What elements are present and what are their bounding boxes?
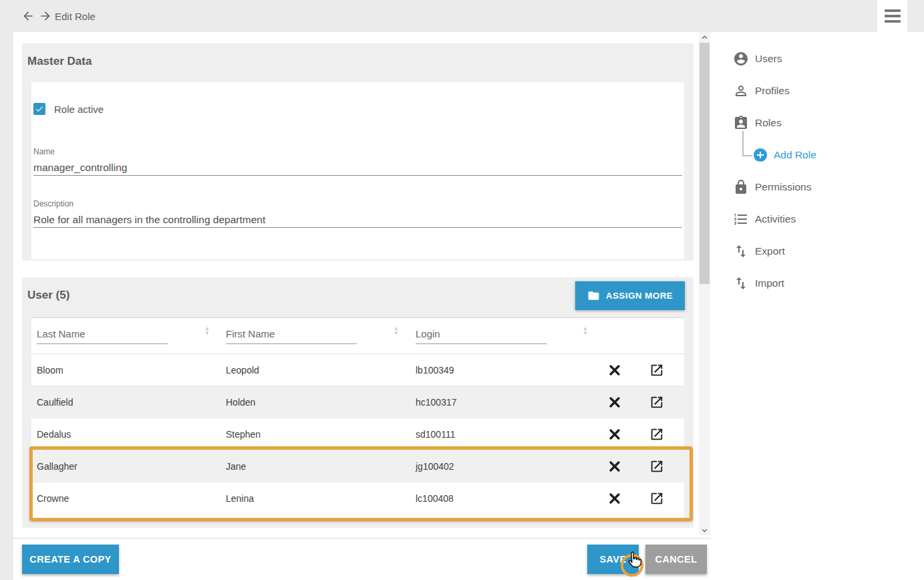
user-table: Last Name ▲▼ First Name ▲▼ Login ▲▼ Bloo…	[31, 317, 684, 518]
remove-x-icon	[607, 491, 622, 506]
remove-user-button[interactable]	[607, 363, 622, 378]
user-row[interactable]: Caulfield Holden hc100317	[31, 386, 684, 418]
column-header-first-name[interactable]: First Name	[226, 328, 357, 344]
user-row[interactable]: Gallagher Jane jg100402	[31, 450, 684, 482]
numbered-list-icon	[733, 211, 749, 227]
name-input[interactable]	[33, 160, 682, 176]
user-last-name: Crowne	[37, 482, 69, 515]
save-button[interactable]: SAVE	[587, 545, 639, 574]
forward-arrow-icon[interactable]	[39, 9, 52, 23]
scroll-up-icon[interactable]	[699, 32, 710, 42]
sidebar-item-permissions[interactable]: Permissions	[711, 171, 924, 203]
scrollbar[interactable]	[699, 32, 710, 535]
open-in-new-icon	[649, 427, 664, 442]
open-user-button[interactable]	[649, 427, 664, 442]
account-circle-icon	[733, 51, 749, 67]
role-active-checkbox[interactable]	[33, 103, 45, 115]
user-first-name: Leopold	[226, 354, 259, 386]
hamburger-bar	[885, 9, 901, 12]
name-field-label: Name	[33, 147, 55, 156]
create-copy-button[interactable]: CREATE A COPY	[22, 545, 119, 574]
role-active-label: Role active	[54, 104, 104, 115]
open-user-button[interactable]	[649, 459, 664, 474]
add-circle-icon	[753, 148, 768, 162]
footer-divider	[13, 538, 711, 539]
assign-more-label: ASSIGN MORE	[606, 291, 673, 301]
hamburger-menu-icon[interactable]	[877, 0, 907, 32]
sidebar-item-users[interactable]: Users	[711, 43, 924, 75]
assign-more-button[interactable]: ASSIGN MORE	[575, 281, 685, 310]
user-last-name: Gallagher	[37, 450, 78, 482]
person-outline-icon	[733, 83, 749, 99]
open-in-new-icon	[649, 459, 664, 474]
remove-x-icon	[607, 363, 622, 378]
sidebar-item-export[interactable]: Export	[711, 235, 924, 267]
open-in-new-icon	[649, 363, 664, 378]
sidebar-item-activities[interactable]: Activities	[711, 203, 924, 235]
user-row[interactable]: Dedalus Stephen sd100111	[31, 418, 684, 450]
remove-x-icon	[607, 395, 622, 410]
master-data-card: Master Data Role active Name Description	[22, 43, 694, 261]
import-export-icon	[733, 243, 749, 259]
sort-icon[interactable]: ▲▼	[204, 326, 210, 335]
open-user-button[interactable]	[649, 491, 664, 506]
sidebar-item-import[interactable]: Import	[711, 267, 924, 299]
remove-x-icon	[607, 459, 622, 474]
user-last-name: Caulfield	[37, 386, 73, 418]
user-first-name: Lenina	[226, 482, 254, 515]
user-login: sd100111	[416, 418, 455, 450]
remove-user-button[interactable]	[607, 427, 622, 442]
hamburger-bar	[885, 15, 901, 17]
remove-user-button[interactable]	[607, 459, 622, 474]
user-row[interactable]: Crowne Lenina lc100408	[31, 482, 684, 519]
lock-icon	[733, 179, 749, 195]
import-export-icon	[733, 275, 749, 291]
sort-icon[interactable]: ▲▼	[393, 326, 400, 335]
user-first-name: Holden	[226, 386, 255, 418]
description-input[interactable]	[33, 212, 682, 228]
user-login: hc100317	[416, 386, 457, 418]
sort-icon[interactable]: ▲▼	[582, 326, 589, 335]
description-field-label: Description	[33, 199, 73, 208]
open-user-button[interactable]	[649, 395, 664, 410]
remove-user-button[interactable]	[607, 395, 622, 410]
page-title: Edit Role	[55, 11, 96, 22]
user-last-name: Bloom	[37, 354, 63, 386]
main-panel: Master Data Role active Name Description…	[13, 32, 711, 580]
user-card: User (5) ASSIGN MORE Last Name ▲▼ First …	[22, 277, 694, 528]
sidebar-item-profiles[interactable]: Profiles	[711, 75, 924, 107]
open-in-new-icon	[649, 491, 664, 506]
user-row[interactable]: Bloom Leopold lb100349	[31, 354, 684, 386]
cancel-button[interactable]: CANCEL	[645, 545, 707, 574]
remove-user-button[interactable]	[607, 491, 622, 506]
user-first-name: Jane	[226, 450, 246, 482]
open-in-new-icon	[649, 395, 664, 410]
user-login: lc100408	[416, 482, 454, 515]
user-last-name: Dedalus	[37, 418, 71, 450]
master-data-title: Master Data	[27, 55, 92, 68]
sidebar-item-add-role[interactable]: Add Role	[711, 139, 924, 171]
folder-icon	[587, 289, 600, 302]
column-header-last-name[interactable]: Last Name	[37, 328, 168, 344]
user-section-title: User (5)	[27, 289, 69, 302]
top-bar: Edit Role	[0, 0, 924, 32]
scroll-down-icon[interactable]	[699, 525, 710, 535]
role-active-checkbox-row[interactable]: Role active	[33, 103, 104, 115]
assignment-badge-icon	[733, 115, 749, 131]
open-user-button[interactable]	[649, 363, 664, 378]
user-login: lb100349	[416, 354, 454, 386]
remove-x-icon	[607, 427, 622, 442]
master-data-form: Role active Name Description	[31, 82, 684, 259]
user-login: jg100402	[416, 450, 454, 482]
back-arrow-icon[interactable]	[21, 9, 35, 23]
sidebar: Users Profiles Roles Add Role Permission…	[711, 32, 924, 580]
hamburger-bar	[885, 20, 901, 23]
user-table-header: Last Name ▲▼ First Name ▲▼ Login ▲▼	[31, 318, 684, 354]
scrollbar-thumb[interactable]	[700, 43, 710, 284]
column-header-login[interactable]: Login	[416, 328, 547, 344]
user-first-name: Stephen	[226, 418, 261, 450]
